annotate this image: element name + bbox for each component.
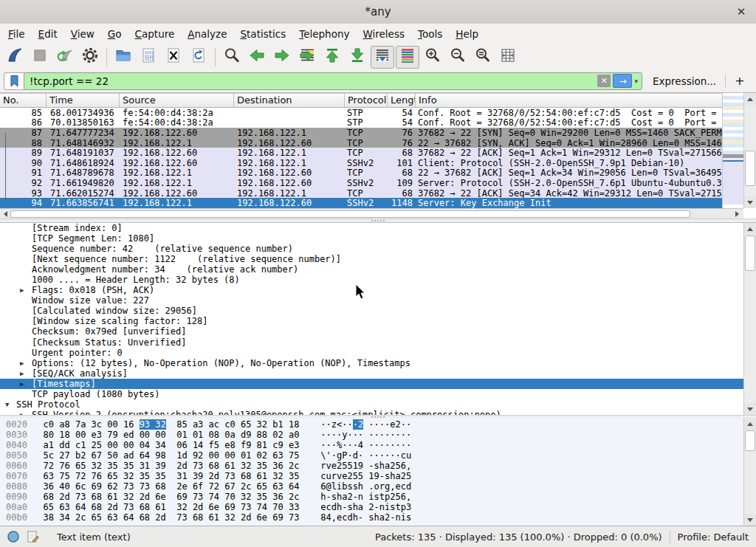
packet-row[interactable]: 8971.648191037192.168.122.60192.168.122.… bbox=[0, 148, 722, 158]
column-header-source[interactable]: Source bbox=[120, 94, 234, 107]
scroll-thumb[interactable] bbox=[745, 430, 755, 451]
packet-list-vscrollbar[interactable] bbox=[743, 93, 756, 208]
detail-line[interactable]: [Next sequence number: 1122 (relative se… bbox=[0, 254, 743, 264]
hex-row[interactable]: 0080 36 40 6c 69 62 73 73 68 2e 6f 72 67… bbox=[0, 481, 743, 492]
restart-capture-button[interactable] bbox=[53, 46, 77, 69]
display-filter-input[interactable]: !tcp.port == 22 ✕ → ▾ bbox=[24, 72, 642, 90]
expander-closed-icon[interactable]: ▶ bbox=[20, 286, 24, 294]
details-vscrollbar[interactable] bbox=[743, 223, 756, 415]
packet-row[interactable]: 9471.663856741192.168.122.1192.168.122.6… bbox=[0, 198, 722, 208]
first-packet-button[interactable] bbox=[320, 46, 344, 69]
scroll-up-arrow[interactable] bbox=[744, 223, 756, 235]
detail-line[interactable]: [Window size scaling factor: 128] bbox=[0, 316, 743, 326]
detail-line[interactable]: Sequence number: 42 (relative sequence n… bbox=[0, 244, 743, 254]
detail-line[interactable]: TCP payload (1080 bytes) bbox=[0, 389, 743, 399]
auto-scroll-button[interactable] bbox=[371, 46, 394, 69]
detail-line[interactable]: Urgent pointer: 0 bbox=[0, 348, 743, 358]
zoom-out-button[interactable] bbox=[446, 46, 470, 69]
scroll-down-arrow[interactable] bbox=[744, 514, 756, 526]
stop-capture-button[interactable] bbox=[28, 46, 52, 69]
expression-button[interactable]: Expression... bbox=[653, 75, 716, 87]
column-header-info[interactable]: Info bbox=[416, 94, 743, 107]
goto-packet-button[interactable] bbox=[295, 46, 319, 69]
packet-row[interactable]: 8871.648146932192.168.122.1192.168.122.6… bbox=[0, 138, 722, 148]
detail-line[interactable]: Acknowledgment number: 34 (relative ack … bbox=[0, 264, 743, 275]
detail-line[interactable]: [TCP Segment Len: 1080] bbox=[0, 233, 743, 244]
intelligent-scrollbar-minimap[interactable] bbox=[722, 93, 743, 208]
menu-help[interactable]: Help bbox=[449, 25, 485, 43]
column-header-length[interactable]: Length bbox=[388, 94, 416, 107]
expander-closed-icon[interactable]: ▶ bbox=[20, 359, 24, 367]
menu-tools[interactable]: Tools bbox=[411, 25, 449, 43]
hex-row[interactable]: 0060 72 76 65 32 35 35 31 39 2d 73 68 61… bbox=[0, 461, 743, 471]
packet-row[interactable]: 9071.648618924192.168.122.60192.168.122.… bbox=[0, 158, 722, 168]
detail-line[interactable]: ▶Options: (12 bytes), No-Operation (NOP)… bbox=[0, 358, 743, 368]
menu-wireless[interactable]: Wireless bbox=[356, 25, 411, 43]
hex-row[interactable]: 0090 68 2d 73 68 61 32 2d 6e 69 73 74 70… bbox=[0, 492, 743, 502]
detail-line[interactable]: ▶Flags: 0x018 (PSH, ACK) bbox=[0, 285, 743, 295]
scroll-up-arrow[interactable] bbox=[744, 93, 756, 105]
scroll-down-arrow[interactable] bbox=[744, 403, 756, 415]
column-header-protocol[interactable]: Protocol bbox=[345, 94, 388, 107]
packet-row[interactable]: 8568.001734936fe:54:00:d4:38:2aSTP54Conf… bbox=[0, 108, 722, 118]
close-file-button[interactable] bbox=[162, 46, 185, 69]
hex-row[interactable]: 0020 c0 a8 7a 3c 00 16 93 32 85 a3 ac c0… bbox=[0, 419, 743, 430]
menu-analyze[interactable]: Analyze bbox=[181, 25, 233, 43]
packet-row[interactable]: 9371.662015274192.168.122.60192.168.122.… bbox=[0, 188, 722, 199]
find-packet-button[interactable] bbox=[220, 46, 244, 69]
open-file-button[interactable] bbox=[111, 46, 135, 69]
hscroll-left-arrow[interactable] bbox=[1, 210, 10, 219]
bytes-vscrollbar[interactable] bbox=[743, 418, 756, 526]
expander-closed-icon[interactable]: ▶ bbox=[20, 370, 24, 377]
filter-apply-button[interactable]: → bbox=[613, 74, 632, 88]
hex-row[interactable]: 00b0 38 34 2c 65 63 64 68 2d 73 68 61 32… bbox=[0, 512, 743, 523]
save-file-button[interactable]: 010101100111 bbox=[137, 46, 160, 69]
hscroll-thumb[interactable] bbox=[10, 210, 690, 218]
scroll-thumb[interactable] bbox=[745, 235, 755, 271]
expander-closed-icon[interactable]: ▶ bbox=[20, 380, 24, 388]
expander-open-icon[interactable]: ▼ bbox=[5, 401, 9, 408]
hex-row[interactable]: 00a0 65 63 64 68 2d 73 68 61 32 2d 6e 69… bbox=[0, 502, 743, 512]
hex-row[interactable]: 0030 80 18 00 e3 79 ed 00 00 01 01 08 0a… bbox=[0, 430, 743, 440]
detail-line[interactable]: Checksum: 0x79ed [unverified] bbox=[0, 326, 743, 337]
hex-row[interactable]: 0070 63 75 72 76 65 32 35 35 31 39 2d 73… bbox=[0, 471, 743, 481]
column-header-destination[interactable]: Destination bbox=[234, 94, 345, 107]
close-icon[interactable]: ✕ bbox=[734, 4, 749, 19]
title-bar[interactable]: *any ✕ bbox=[0, 0, 756, 24]
detail-line[interactable]: ▼SSH Protocol bbox=[0, 399, 743, 410]
capture-options-button[interactable] bbox=[78, 46, 102, 69]
resize-columns-button[interactable] bbox=[496, 46, 520, 69]
add-filter-button[interactable]: + bbox=[735, 74, 744, 88]
detail-line[interactable]: 1000 .... = Header Length: 32 bytes (8) bbox=[0, 275, 743, 285]
scroll-thumb[interactable] bbox=[745, 151, 755, 186]
expert-info-icon[interactable] bbox=[7, 530, 20, 543]
status-profile[interactable]: Profile: Default bbox=[678, 531, 749, 543]
filter-clear-button[interactable]: ✕ bbox=[597, 75, 611, 87]
filter-bookmark-button[interactable] bbox=[4, 72, 24, 90]
next-packet-button[interactable] bbox=[270, 46, 294, 69]
reload-file-button[interactable] bbox=[187, 46, 210, 69]
scroll-down-arrow[interactable] bbox=[744, 196, 756, 208]
menu-file[interactable]: File bbox=[1, 25, 32, 43]
hex-row[interactable]: 0050 5c 27 b2 67 50 ad 64 98 1d 92 00 00… bbox=[0, 450, 743, 461]
packet-row[interactable]: 8771.647777234192.168.122.60192.168.122.… bbox=[0, 128, 722, 138]
start-capture-button[interactable] bbox=[3, 46, 27, 69]
packet-row[interactable]: 8670.013850163fe:54:00:d4:38:2aSTP54Conf… bbox=[0, 118, 722, 128]
menu-view[interactable]: View bbox=[64, 25, 101, 43]
menu-statistics[interactable]: Statistics bbox=[233, 25, 292, 43]
detail-line[interactable]: [Stream index: 0] bbox=[0, 223, 743, 233]
menu-go[interactable]: Go bbox=[101, 25, 128, 43]
column-header-time[interactable]: Time bbox=[47, 94, 120, 107]
scroll-up-arrow[interactable] bbox=[744, 418, 756, 430]
detail-line[interactable]: [Checksum Status: Unverified] bbox=[0, 337, 743, 348]
menu-capture[interactable]: Capture bbox=[128, 25, 182, 43]
detail-line[interactable]: [Calculated window size: 29056] bbox=[0, 306, 743, 316]
colorize-button[interactable] bbox=[396, 46, 419, 69]
filter-history-dropdown[interactable]: ▾ bbox=[634, 78, 638, 85]
packet-row[interactable]: 9271.661949820192.168.122.1192.168.122.6… bbox=[0, 178, 722, 188]
capture-comment-icon[interactable] bbox=[27, 530, 41, 543]
detail-line[interactable]: Window size value: 227 bbox=[0, 295, 743, 306]
packet-list-hscrollbar[interactable] bbox=[0, 208, 743, 219]
detail-line[interactable]: ▶[Timestamps] bbox=[0, 379, 743, 389]
last-packet-button[interactable] bbox=[346, 46, 369, 69]
